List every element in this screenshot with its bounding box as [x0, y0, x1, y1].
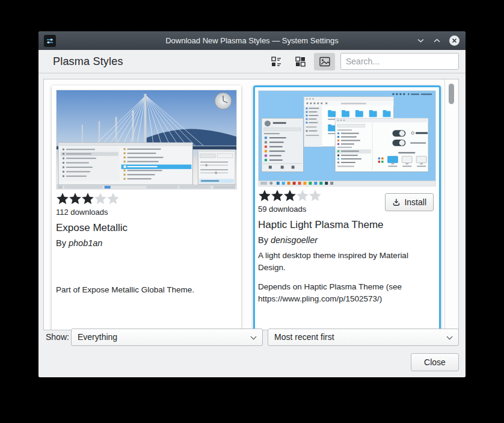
search-field[interactable]	[340, 53, 459, 70]
rating-stars	[56, 192, 237, 205]
scrollbar-track-divider	[444, 79, 445, 330]
theme-title: Haptic Light Plasma Theme	[258, 219, 436, 231]
screen-background: Download New Plasma Styles — System Sett…	[0, 0, 504, 423]
install-button[interactable]: Install	[385, 193, 434, 211]
theme-title: Expose Metallic	[56, 222, 237, 234]
page-title: Plasma Styles	[53, 55, 123, 68]
star-icon	[94, 192, 107, 205]
search-input[interactable]	[341, 57, 458, 66]
star-icon	[69, 192, 82, 205]
chevron-down-icon	[447, 334, 453, 340]
haptic-light-screenshot	[258, 90, 436, 187]
chevron-up-icon	[433, 38, 441, 43]
close-window-button[interactable]	[449, 36, 459, 46]
star-icon	[106, 192, 120, 205]
details-view-button[interactable]	[266, 53, 287, 70]
vertical-scrollbar-thumb[interactable]	[449, 84, 454, 104]
maximize-button[interactable]	[433, 38, 441, 43]
author-name: phob1an	[69, 238, 102, 248]
preview-view-button[interactable]	[314, 53, 335, 70]
star-icon	[296, 189, 309, 202]
window-title: Download New Plasma Styles — System Sett…	[38, 36, 466, 45]
close-icon	[452, 38, 457, 43]
star-icon	[56, 192, 69, 205]
star-icon	[258, 189, 271, 202]
show-filter-dropdown[interactable]: Everything	[71, 329, 263, 346]
star-icon	[309, 189, 322, 202]
expose-metallic-screenshot	[56, 90, 237, 190]
theme-description: Part of Expose Metallic Global Theme.	[56, 284, 237, 296]
sort-order-dropdown[interactable]: Most recent first	[268, 329, 459, 346]
minimize-button[interactable]	[417, 38, 425, 43]
theme-description: Depends on Haptic Plasma Theme (see http…	[258, 281, 436, 304]
star-icon	[81, 192, 94, 205]
chevron-down-icon	[251, 334, 257, 340]
downloads-count: 112 downloads	[56, 208, 237, 217]
theme-summary: A light desktop theme inspired by Materi…	[258, 250, 436, 275]
close-dialog-button[interactable]: Close	[411, 353, 459, 371]
download-dialog-window: Download New Plasma Styles — System Sett…	[38, 31, 466, 377]
author-line: By phob1an	[56, 238, 237, 248]
tiles-view-button[interactable]	[290, 53, 311, 70]
star-icon	[271, 189, 284, 202]
theme-card-haptic-light[interactable]: Install 59 downloads Haptic Light Plasma…	[253, 85, 441, 330]
theme-summary	[56, 253, 237, 278]
author-line: By denisgoeller	[258, 235, 436, 245]
theme-card-expose-metallic[interactable]: 112 downloads Expose Metallic By phob1an…	[52, 85, 241, 330]
image-preview-icon	[319, 56, 331, 67]
author-name: denisgoeller	[271, 235, 318, 245]
star-icon	[283, 189, 297, 202]
show-filter-label: Show:	[46, 329, 69, 346]
chevron-down-icon	[417, 38, 425, 43]
grid-tiles-icon	[295, 56, 306, 67]
themes-list-viewport[interactable]: 112 downloads Expose Metallic By phob1an…	[43, 79, 459, 330]
list-details-icon	[271, 56, 282, 67]
download-icon	[392, 198, 401, 206]
titlebar[interactable]: Download New Plasma Styles — System Sett…	[38, 31, 466, 50]
page-header: Plasma Styles	[38, 50, 466, 73]
